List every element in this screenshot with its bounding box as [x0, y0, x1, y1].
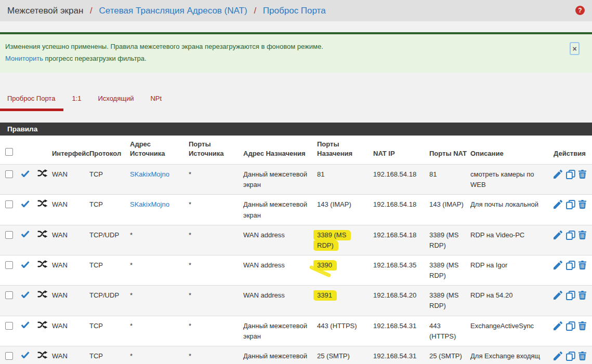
delete-icon[interactable]: [578, 231, 586, 242]
edit-icon[interactable]: [554, 291, 562, 303]
tab-outbound[interactable]: Исходящий: [89, 88, 142, 111]
nat-shuffle-icon: [37, 351, 48, 362]
nat-shuffle-icon: [37, 290, 48, 301]
col-header-protocol: Протокол: [89, 136, 130, 165]
alert-text: Изменения успешно применены. Правила меж…: [5, 41, 570, 65]
edit-icon[interactable]: [554, 352, 562, 363]
success-alert: Изменения успешно применены. Правила меж…: [0, 32, 592, 73]
cell-nat-ports: 3389 (MS RDP): [429, 255, 470, 286]
copy-icon[interactable]: [566, 231, 575, 243]
delete-icon[interactable]: [578, 170, 586, 182]
cell-protocol: TCP/UDP: [89, 225, 130, 255]
table-row: WAN TCP * * Данный межсетевой экран 443 …: [0, 316, 592, 346]
rules-panel: Правила Интерфейс Протокол Адрес Источни…: [0, 123, 592, 364]
row-checkbox[interactable]: [5, 261, 13, 269]
cell-nat-ip: 192.168.54.18: [373, 225, 429, 255]
tab-1-1[interactable]: 1:1: [63, 88, 89, 111]
src-addr-value[interactable]: SKakixMojno: [130, 200, 169, 208]
tab-port-forward[interactable]: Проброс Порта: [0, 88, 63, 111]
cell-src-ports: *: [189, 316, 243, 346]
dst-ports-value: 25 (SMTP): [317, 352, 350, 360]
row-checkbox[interactable]: [5, 291, 13, 299]
cell-protocol: TCP: [89, 316, 130, 346]
alert-message: Изменения успешно применены. Правила меж…: [5, 41, 570, 53]
tab-npt[interactable]: NPt: [142, 88, 170, 111]
rule-enabled-check-icon[interactable]: [21, 170, 30, 180]
src-addr-value[interactable]: SKakixMojno: [130, 170, 169, 178]
cell-nat-ip: 192.168.54.35: [373, 255, 429, 286]
delete-icon[interactable]: [578, 261, 586, 273]
table-row: WAN TCP SKakixMojno * Данный межсетевой …: [0, 195, 592, 225]
src-addr-value: *: [130, 261, 133, 269]
row-checkbox[interactable]: [5, 170, 13, 178]
breadcrumb-separator: /: [254, 6, 256, 16]
cell-interface: WAN: [52, 316, 89, 346]
rule-enabled-check-icon[interactable]: [21, 351, 30, 361]
cell-nat-ports: 25 (SMTP): [429, 346, 470, 364]
col-header-actions: Действия: [554, 136, 592, 165]
cell-interface: WAN: [52, 286, 89, 316]
cell-dst-ports: 3389 (MS RDP): [317, 225, 373, 255]
rule-enabled-check-icon[interactable]: [21, 230, 30, 240]
dst-ports-highlight: 3390: [317, 260, 337, 271]
dst-ports-highlight: 3389 (MS RDP): [317, 230, 360, 251]
cell-dst-addr: Данный межсетевой экран: [243, 195, 317, 225]
rule-enabled-check-icon[interactable]: [21, 321, 30, 331]
copy-icon[interactable]: [566, 321, 575, 334]
copy-icon[interactable]: [566, 170, 575, 182]
row-checkbox[interactable]: [5, 322, 13, 330]
cell-nat-ip: 192.168.54.18: [373, 195, 429, 225]
delete-icon[interactable]: [578, 321, 586, 333]
panel-title: Правила: [0, 123, 592, 136]
cell-description: RDP на Video-PC: [470, 225, 554, 255]
breadcrumb: Межсетевой экран / Сетевая Трансляция Ад…: [0, 0, 592, 21]
cell-src-addr: *: [130, 316, 189, 346]
help-icon[interactable]: ?: [575, 6, 585, 15]
col-header-nat-ip: NAT IP: [373, 136, 429, 165]
col-header-src-addr: Адрес Источника: [130, 136, 189, 165]
cell-interface: WAN: [52, 225, 89, 255]
cell-protocol: TCP: [89, 255, 130, 286]
cell-src-ports: *: [189, 255, 243, 286]
row-checkbox[interactable]: [5, 231, 13, 239]
breadcrumb-separator: /: [90, 6, 93, 16]
cell-interface: WAN: [52, 195, 89, 225]
dst-ports-value: 143 (IMAP): [317, 200, 351, 208]
edit-icon[interactable]: [554, 200, 562, 212]
col-header-dst-addr: Адрес Назначения: [243, 136, 317, 165]
breadcrumb-link-port-forward[interactable]: Проброс Порта: [263, 6, 326, 16]
cell-description: смотреть камеры по WEB: [470, 165, 554, 195]
src-addr-value: *: [130, 322, 133, 330]
dst-ports-highlight: 25 (SMTP): [317, 351, 350, 361]
copy-icon[interactable]: [566, 352, 575, 364]
table-row: WAN TCP * * Данный межсетевой экран 25 (…: [0, 346, 592, 364]
src-addr-value: *: [130, 352, 133, 360]
dst-ports-highlight: 143 (IMAP): [317, 199, 351, 210]
copy-icon[interactable]: [566, 200, 575, 212]
rule-enabled-check-icon[interactable]: [21, 291, 30, 301]
delete-icon[interactable]: [578, 352, 586, 363]
edit-icon[interactable]: [554, 261, 562, 273]
alert-monitor-link[interactable]: Мониторить: [5, 55, 43, 62]
cell-src-ports: *: [189, 165, 243, 195]
nat-shuffle-icon: [37, 260, 48, 271]
cell-interface: WAN: [52, 165, 89, 195]
rule-enabled-check-icon[interactable]: [21, 261, 30, 271]
rule-enabled-check-icon[interactable]: [21, 200, 30, 210]
copy-icon[interactable]: [566, 261, 575, 273]
edit-icon[interactable]: [554, 231, 562, 242]
cell-nat-ip: 192.168.54.31: [373, 346, 429, 364]
edit-icon[interactable]: [554, 170, 562, 182]
row-checkbox[interactable]: [5, 200, 13, 208]
close-icon[interactable]: ×: [570, 42, 580, 55]
nat-shuffle-icon: [37, 230, 48, 241]
edit-icon[interactable]: [554, 321, 562, 333]
row-checkbox[interactable]: [5, 352, 13, 360]
breadcrumb-link-nat[interactable]: Сетевая Трансляция Адресов (NAT): [99, 6, 247, 16]
select-all-checkbox[interactable]: [5, 148, 13, 156]
cell-dst-addr: Данный межсетевой экран: [243, 165, 317, 195]
delete-icon[interactable]: [578, 200, 586, 212]
copy-icon[interactable]: [566, 291, 575, 303]
cell-nat-ports: 81: [429, 165, 470, 195]
delete-icon[interactable]: [578, 291, 586, 303]
